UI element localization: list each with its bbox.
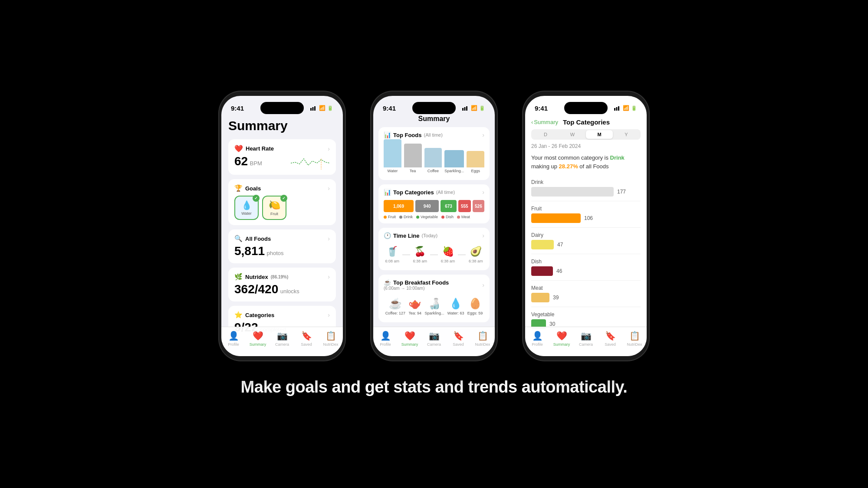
tab-saved-label-2: Saved [453,342,464,347]
heart-rate-card[interactable]: ❤️ Heart Rate › 62 BPM [228,139,336,175]
status-icons-1: 📶 🔋 [310,105,333,111]
category-vegetable-value: 30 [549,321,555,327]
profile-icon-1: 👤 [228,331,239,341]
summary-icon-1: ❤️ [253,331,263,341]
category-dish-name: Dish [531,259,641,265]
profile-icon-2: 👤 [380,331,391,341]
tab-bar-2: 👤 Profile ❤️ Summary 📷 Camera 🔖 Saved 📋 [373,327,495,356]
food-bar-tea-label: Tea [410,169,416,173]
category-dish-value: 46 [556,268,562,274]
food-bar-eggs-fill [467,151,484,167]
nutridex-card[interactable]: 🌿 Nutridex (86.19%) › 362/420 unlocks [228,268,336,301]
tab-profile-2[interactable]: 👤 Profile [373,331,398,347]
nutridex-percent: (86.19%) [271,275,289,279]
category-drink-name: Drink [531,179,641,185]
breakfast-card[interactable]: ☕ Top Breakfast Foods (6:00am → 10:00am)… [378,275,490,322]
battery-icon-3: 🔋 [631,105,637,111]
legend-drink-label: Drink [404,215,413,219]
goals-card[interactable]: 🏆 Goals › ✓ 💧 Water ✓ 🍋 [228,179,336,225]
top-categories-card[interactable]: 📊 Top Categories (All time) › 1,069 940 … [378,184,490,223]
svg-rect-1 [312,107,314,111]
svg-rect-6 [466,106,467,111]
period-tab-y[interactable]: Y [613,130,640,139]
svg-rect-5 [464,107,466,111]
top-foods-card[interactable]: 📊 Top Foods (All time) › Water [378,127,490,180]
timeline-line-3 [458,255,466,255]
legend-dish-dot [441,216,444,219]
tab-camera-2[interactable]: 📷 Camera [422,331,446,347]
tab-saved-3[interactable]: 🔖 Saved [598,331,622,347]
breakfast-sparkling-icon: 🍶 [428,298,441,310]
time-1: 9:41 [231,105,244,112]
tab-summary-1[interactable]: ❤️ Summary [246,331,270,347]
goals-items: ✓ 💧 Water ✓ 🍋 Fruit [234,196,330,220]
breakfast-sparkling: 🍶 Sparkling... [425,298,444,315]
category-meat-row: Meat 39 [525,282,647,305]
tab-profile-1[interactable]: 👤 Profile [221,331,246,347]
category-drink-row: Drink 177 [525,177,647,199]
phones-row: 9:41 📶 🔋 Summary ❤️ [219,92,649,360]
breakfast-water-icon: 💧 [449,298,462,310]
breakfast-water-label: Water: 63 [447,311,464,315]
timeline-time-1: 6:08 am [385,259,399,263]
legend-meat-dot [457,216,460,219]
period-tab-w[interactable]: W [559,130,586,139]
tab-nutridex-3[interactable]: 📋 NutriDex [622,331,647,347]
timeline-time-3: 6:38 am [441,259,455,263]
all-foods-card[interactable]: 🔍 All Foods › 5,811 photos [228,229,336,263]
timeline-card[interactable]: 🕐 Time Line (Today) › 🥤 6:08 am [378,228,490,270]
cat-bar-fruit: 1,069 [384,200,414,212]
breakfast-subtitle: (6:00am → 10:00am) [384,286,449,291]
timeline-time-2: 6:38 am [413,259,427,263]
category-dish-bar-row: 46 [531,266,641,276]
tab-saved-2[interactable]: 🔖 Saved [446,331,470,347]
page-title-1: Summary [228,118,336,133]
nutridex-tab-icon-3: 📋 [629,331,640,341]
tab-summary-2[interactable]: ❤️ Summary [398,331,422,347]
breakfast-items: ☕ Coffee: 127 🫖 Tea: 94 🍶 Sparkling... [384,295,484,318]
legend-dish-label: Dish [446,215,454,219]
food-bar-tea-fill [404,144,422,167]
period-tab-d[interactable]: D [532,130,559,139]
phone-3: 9:41 📶 🔋 ‹ Summary Top Categori [523,92,649,360]
divider-3 [531,254,641,254]
status-icons-2: 📶 🔋 [462,105,485,111]
breakfast-eggs: 🥚 Eggs: 59 [467,298,483,315]
heart-rate-unit: BPM [250,160,262,167]
categories-chevron: › [328,311,330,318]
tab-camera-1[interactable]: 📷 Camera [270,331,294,347]
tab-nutridex-label-3: NutriDex [627,342,642,347]
battery-icon-2: 🔋 [479,105,485,111]
tab-nutridex-1[interactable]: 📋 NutriDex [319,331,343,347]
tab-camera-label-1: Camera [275,342,289,347]
wifi-icon-2: 📶 [471,105,477,111]
period-tab-m[interactable]: M [586,130,613,139]
tab-saved-1[interactable]: 🔖 Saved [294,331,319,347]
divider-1 [531,201,641,201]
phone-2: 9:41 📶 🔋 Summary 📊 [371,92,497,360]
all-foods-value: 5,811 [234,244,265,258]
food-bar-water-fill [384,139,401,167]
battery-icon: 🔋 [327,105,333,111]
back-label: Summary [534,119,558,125]
nav-row-3: ‹ Summary Top Categories [525,118,647,126]
insight-text: Your most common category is Drink makin… [525,154,647,170]
breakfast-sparkling-label: Sparkling... [425,311,444,315]
food-bar-eggs-label: Eggs [471,169,480,173]
top-foods-title: 📊 Top Foods (All time) [384,131,443,138]
tab-summary-3[interactable]: ❤️ Summary [549,331,574,347]
tab-profile-3[interactable]: 👤 Profile [525,331,549,347]
nutridex-value: 362/420 [234,282,278,296]
back-button[interactable]: ‹ Summary [531,119,558,125]
insight-text-before: Your most common category is [531,154,610,161]
tab-camera-3[interactable]: 📷 Camera [574,331,598,347]
all-foods-chevron: › [328,235,330,242]
legend-vegetable-label: Vegetable [421,215,438,219]
heart-rate-chevron: › [328,145,330,152]
category-dish-row: Dish 46 [525,256,647,278]
tab-nutridex-2[interactable]: 📋 NutriDex [470,331,495,347]
insight-text-middle: making up [531,163,559,170]
period-tabs: D W M Y [531,129,641,140]
top-categories-header: 📊 Top Categories (All time) › [384,189,484,196]
legend-meat: Meat [457,215,470,219]
